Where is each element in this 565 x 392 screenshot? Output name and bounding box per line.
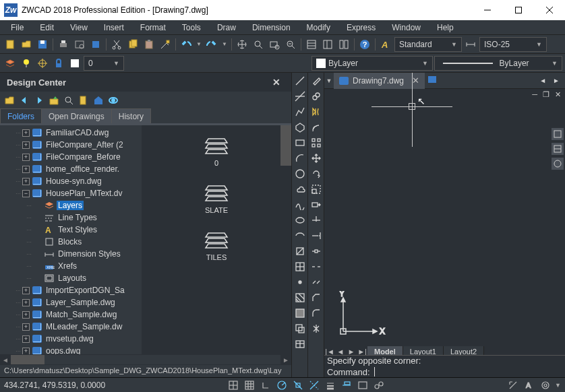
tab-scroll-left[interactable]: ◄ [537,75,549,86]
menu-insert[interactable]: Insert [96,22,132,34]
tree-item[interactable]: ⋯−HousePlan_MText.dv [0,187,142,199]
tree-item[interactable]: ⋯+home_office_render. [0,163,142,175]
preview-item[interactable]: TILES [203,226,230,261]
status-polar-button[interactable] [275,379,289,391]
zoom-realtime-button[interactable] [251,37,266,52]
tree-expander[interactable]: + [22,299,30,306]
layer-properties-button[interactable] [3,56,18,71]
document-tab-close[interactable]: ✕ [412,75,419,86]
design-center-button[interactable] [320,37,335,52]
tree-expander[interactable]: + [22,323,30,331]
design-center-titlebar[interactable]: Design Center ✕ [0,73,291,92]
tree-item[interactable]: ⋯+FileCompare_Before [0,151,142,163]
dc-search-button[interactable] [62,94,76,107]
menu-file[interactable]: File [3,22,32,34]
trim-tool[interactable] [309,214,323,227]
tree-expander[interactable]: + [22,154,30,161]
palette-button-1[interactable] [552,128,564,140]
zoom-window-button[interactable] [267,37,282,52]
break-at-point-tool[interactable] [309,244,323,258]
window-minimize-button[interactable] [472,0,503,20]
spline-tool[interactable] [293,198,307,211]
paste-button[interactable] [142,37,156,52]
status-cycle-button[interactable] [372,379,386,391]
make-block-tool[interactable] [293,260,307,273]
tree-item[interactable]: ⋯Line Types [0,211,142,224]
gradient-tool[interactable] [293,306,307,320]
doc-tab-list-button[interactable]: ▼ [324,77,334,84]
construction-line-tool[interactable] [293,90,307,103]
status-ortho-button[interactable] [259,379,272,391]
scale-tool[interactable] [309,183,323,196]
line-tool[interactable] [293,74,307,88]
rotate-tool[interactable] [309,167,323,181]
menu-express[interactable]: Express [338,22,384,34]
move-tool[interactable] [309,152,323,165]
status-settings-button[interactable] [539,379,552,391]
tree-item[interactable]: ⋯+FileCompare_After (2 [0,139,142,151]
preview-item[interactable]: 0 [203,132,230,167]
mdi-minimize[interactable]: ─ [532,90,537,100]
point-tool[interactable] [293,275,307,289]
table-tool[interactable] [293,337,307,351]
dc-home-button[interactable] [92,94,105,107]
tree-expander[interactable]: + [22,311,30,319]
status-dyn-button[interactable] [340,379,353,391]
status-tray-caret[interactable]: ▼ [555,382,561,389]
mdi-close[interactable]: ✕ [555,90,561,100]
erase-tool[interactable] [309,74,323,88]
coordinates-readout[interactable]: 434.2741, 479.5319, 0.0000 [4,381,105,390]
status-grid-button[interactable] [243,379,256,391]
offset-tool[interactable] [309,121,323,134]
tree-item[interactable]: ⋯XREFXrefs [0,260,142,272]
text-style-dropdown[interactable]: Standard▼ [394,37,462,52]
menu-format[interactable]: Format [132,22,174,34]
layer-lock-button[interactable] [51,56,66,71]
dc-load-button[interactable] [3,94,16,107]
extend-tool[interactable] [309,229,323,242]
undo-button[interactable] [179,37,194,52]
tree-item[interactable]: ⋯Layouts [0,272,142,284]
dc-preview-scrollbar[interactable] [280,125,291,166]
design-center-close-button[interactable]: ✕ [268,75,285,89]
stretch-tool[interactable] [309,198,323,211]
new-file-button[interactable] [3,37,18,52]
menu-modify[interactable]: Modify [299,22,338,34]
cut-button[interactable] [109,37,124,52]
tool-palettes-button[interactable] [336,37,351,52]
array-tool[interactable] [309,136,323,150]
help-button[interactable]: ? [357,37,372,52]
linetype-dropdown[interactable]: ByLayer▼ [434,56,562,71]
print-preview-button[interactable] [72,37,87,52]
tree-item[interactable]: ⋯+ImportExportDGN_Sa [0,284,142,296]
tree-item[interactable]: ⋯Layers [0,199,142,211]
dc-tab-history[interactable]: History [111,108,151,123]
text-style-icon[interactable]: A [378,37,393,52]
dc-tab-open-drawings[interactable]: Open Drawings [41,108,112,123]
revision-cloud-tool[interactable] [293,183,307,196]
document-tab[interactable]: Drawing7.dwg ✕ [334,73,425,89]
status-snap-button[interactable] [227,379,240,391]
status-otrack-button[interactable] [307,379,321,391]
tree-item[interactable]: ⋯+Layer_Sample.dwg [0,296,142,308]
publish-button[interactable] [88,37,103,52]
menu-help[interactable]: Help [429,22,462,34]
command-line[interactable]: Specify opposite corner: Command: [324,355,565,377]
window-close-button[interactable] [534,0,565,20]
drawing-canvas[interactable]: ↖ X Y [324,101,565,377]
insert-block-tool[interactable] [293,244,307,258]
dc-tree-hscroll[interactable]: ◄► [0,354,291,365]
layer-freeze-button[interactable] [35,56,50,71]
dc-tree[interactable]: ⋯+FamiliarCAD.dwg⋯+FileCompare_After (2⋯… [0,125,142,354]
rectangle-tool[interactable] [293,136,307,150]
dc-preview-toggle-button[interactable] [107,94,120,107]
polygon-tool[interactable] [293,121,307,134]
print-button[interactable] [56,37,71,52]
pan-button[interactable] [235,37,249,52]
layer-on-off-button[interactable] [19,56,34,71]
current-layer-dropdown[interactable]: 0▼ [84,56,124,71]
copy-tool[interactable] [309,90,323,103]
hatch-tool[interactable] [293,291,307,304]
tree-item[interactable]: ⋯AText Styles [0,224,142,236]
menu-edit[interactable]: Edit [32,22,62,34]
